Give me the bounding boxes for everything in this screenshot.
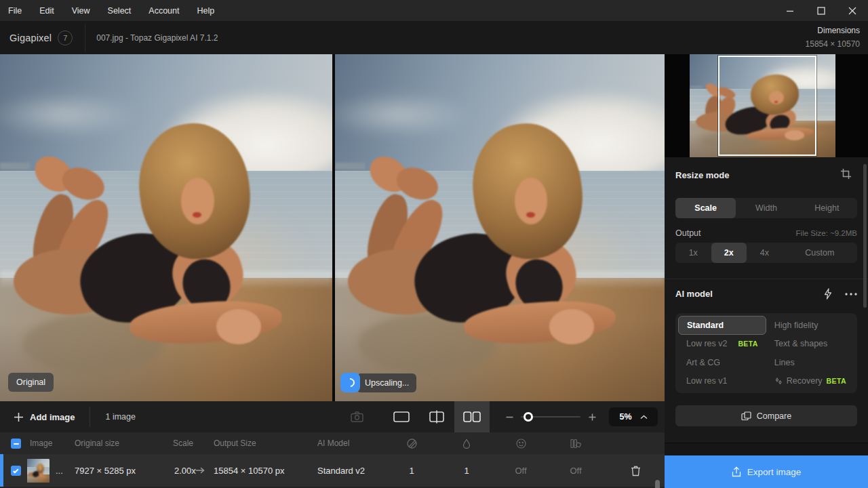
beta-badge: BETA [738, 340, 757, 348]
add-image-button[interactable]: Add image [14, 412, 75, 422]
dimensions-label: Dimensions [806, 24, 860, 38]
menu-help[interactable]: Help [189, 0, 224, 21]
tab-scale[interactable]: Scale [675, 198, 736, 218]
snapshot-camera-icon[interactable] [342, 401, 372, 432]
original-pane[interactable]: Original [0, 54, 332, 401]
view-side-by-side-icon[interactable] [454, 401, 490, 432]
original-badge: Original [8, 373, 54, 392]
menu-file[interactable]: File [0, 0, 31, 21]
sharpen-column-icon [401, 432, 422, 454]
col-scale: Scale [173, 432, 193, 454]
resize-mode-tabs: Scale Width Height [675, 198, 857, 218]
dimensions-value: 15854 × 10570 [806, 38, 860, 52]
toolbar-divider [90, 407, 90, 427]
model-recovery[interactable]: Recovery BETA [766, 372, 854, 391]
model-standard[interactable]: Standard [678, 316, 766, 335]
row-selection-accent [0, 454, 3, 487]
navigator-panel [665, 54, 868, 157]
row-thumbnail [27, 459, 50, 483]
upscaling-status: Upscaling... [340, 373, 416, 392]
model-low-res-v1[interactable]: Low res v1 [678, 372, 766, 391]
zoom-in-icon[interactable] [583, 413, 601, 421]
bottom-toolbar: Add image 1 image [0, 401, 665, 432]
table-scrollbar[interactable] [655, 480, 660, 488]
more-options-icon[interactable] [845, 293, 857, 296]
zoom-slider[interactable] [521, 412, 580, 422]
table-row[interactable]: ... 7927 × 5285 px 2.00x 15854 × 10570 p… [0, 454, 665, 487]
beach-photo-original [0, 54, 332, 401]
model-high-fidelity[interactable]: High fidelity [766, 316, 854, 335]
row-face-recovery-value[interactable]: Off [511, 454, 531, 487]
maximize-icon[interactable] [806, 0, 837, 21]
update-count-badge[interactable]: 7 [58, 30, 73, 45]
plus-icon [14, 412, 24, 422]
zoom-out-icon[interactable] [500, 413, 518, 421]
sidebar-scrollbar[interactable] [863, 164, 867, 308]
row-gamma-value[interactable]: Off [566, 454, 586, 487]
menu-select[interactable]: Select [99, 0, 140, 21]
settings-sidebar: Resize mode Scale Width Height Output Fi… [665, 54, 868, 488]
tab-width[interactable]: Width [736, 198, 796, 218]
gamma-column-icon [566, 432, 586, 454]
dimensions-readout: Dimensions 15854 × 10570 [806, 24, 860, 52]
export-icon [732, 466, 741, 477]
menu-view[interactable]: View [63, 0, 99, 21]
chevron-up-icon [640, 415, 648, 420]
resize-mode-title: Resize mode [675, 170, 729, 180]
row-ai-model[interactable]: Standard v2 [317, 454, 365, 487]
menu-edit[interactable]: Edit [31, 0, 63, 21]
close-icon[interactable] [837, 0, 868, 21]
document-title: 007.jpg - Topaz Gigapixel AI 7.1.2 [96, 33, 218, 43]
title-bar: Gigapixel 7 007.jpg - Topaz Gigapixel AI… [0, 21, 868, 54]
model-text-shapes[interactable]: Text & shapes [766, 335, 854, 354]
minimize-icon[interactable] [774, 0, 806, 21]
titlebar-divider [85, 24, 85, 52]
col-ai-model: AI Model [317, 432, 349, 454]
row-checkbox[interactable] [11, 466, 21, 476]
face-recovery-column-icon [511, 432, 531, 454]
model-art-cg[interactable]: Art & CG [678, 353, 766, 372]
compare-button[interactable]: Compare [675, 405, 857, 426]
image-viewer: Original Upscaling... [0, 54, 665, 401]
zoom-slider-knob[interactable] [524, 412, 533, 422]
scale-1x[interactable]: 1x [675, 243, 711, 263]
scale-custom[interactable]: Custom [783, 243, 857, 263]
row-sharpen-value[interactable]: 1 [401, 454, 422, 487]
section-divider [665, 279, 868, 279]
model-lines[interactable]: Lines [766, 353, 854, 372]
row-scale[interactable]: 2.00x [174, 454, 196, 487]
compare-icon [741, 411, 751, 421]
table-header: Image Original size Scale Output Size AI… [0, 432, 665, 454]
scale-2x[interactable]: 2x [711, 243, 747, 263]
view-single-icon[interactable] [384, 401, 419, 432]
preview-pane[interactable]: Upscaling... [335, 54, 665, 401]
row-denoise-value[interactable]: 1 [456, 454, 477, 487]
row-filename: ... [56, 454, 63, 487]
window-controls [774, 0, 868, 21]
arrow-right-icon [195, 454, 205, 487]
row-output-size: 15854 × 10570 px [214, 454, 284, 487]
crop-icon[interactable] [840, 168, 852, 180]
ai-model-grid: Standard High fidelity Low res v2 BETA T… [675, 313, 857, 393]
delete-row-icon[interactable] [625, 454, 646, 487]
model-low-res-v2[interactable]: Low res v2 BETA [678, 335, 766, 354]
output-row: Output File Size: ~9.2MB [675, 228, 857, 238]
denoise-column-icon [456, 432, 477, 454]
menu-bar: File Edit View Select Account Help [0, 0, 868, 21]
tab-height[interactable]: Height [797, 198, 857, 218]
row-original-size: 7927 × 5285 px [75, 454, 136, 487]
view-split-icon[interactable] [419, 401, 454, 432]
scale-4x[interactable]: 4x [747, 243, 783, 263]
navigator-viewport[interactable] [718, 56, 816, 155]
zoom-level-dropdown[interactable]: 5% [609, 407, 658, 426]
select-all-checkbox[interactable] [11, 439, 21, 449]
menu-account[interactable]: Account [140, 0, 188, 21]
gigapixel-window: File Edit View Select Account Help Gigap… [0, 0, 868, 488]
file-size-estimate: File Size: ~9.2MB [796, 229, 857, 237]
col-image: Image [30, 432, 52, 454]
export-image-button[interactable]: Export image [665, 455, 868, 488]
ai-model-title: AI model [675, 289, 713, 299]
lightning-icon[interactable] [823, 288, 833, 300]
col-original-size: Original size [75, 432, 119, 454]
app-name: Gigapixel [9, 33, 52, 43]
